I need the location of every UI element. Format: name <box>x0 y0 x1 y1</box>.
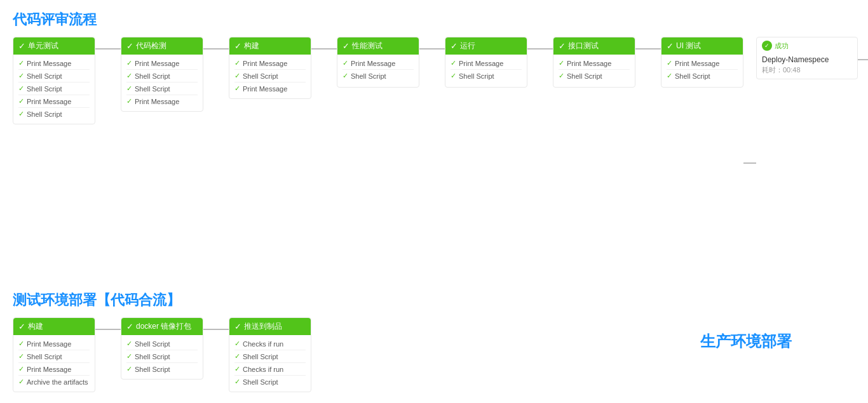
deploy-name: Deploy-Namespece <box>762 55 852 64</box>
item-check: ✓ <box>126 84 132 93</box>
stage-item: ✓ Shell Script <box>126 363 198 375</box>
branch-svg <box>858 37 868 278</box>
stage-col-5: ✓ 接口测试✓ Print Message✓ Shell Script <box>553 37 635 88</box>
stage-connector <box>95 329 121 330</box>
item-label: Print Message <box>567 60 611 67</box>
production-label: 生产环境部署 <box>700 331 792 352</box>
item-check: ✓ <box>126 340 132 348</box>
item-label: Print Message <box>459 60 503 67</box>
item-check: ✓ <box>18 84 24 93</box>
stage-label: 推送到制品 <box>244 321 282 332</box>
stage-header: ✓ UI 测试 <box>661 37 743 55</box>
stage-connector <box>635 48 661 50</box>
stage-connector <box>95 48 121 50</box>
item-label: Print Message <box>243 85 287 93</box>
item-label: Print Message <box>135 60 179 67</box>
item-label: Shell Script <box>135 366 170 373</box>
item-check: ✓ <box>667 72 672 80</box>
stage-label: 单元测试 <box>28 41 58 51</box>
stage-card: ✓ docker 镜像打包✓ Shell Script✓ Shell Scrip… <box>121 317 203 380</box>
deploy-time: 耗时：00:48 <box>762 65 852 75</box>
deploy-col1: ✓ 成功 Deploy-Namespece 耗时：00:48 <box>756 37 858 79</box>
item-label: Checks if run <box>243 366 283 373</box>
stage-card: ✓ UI 测试✓ Print Message✓ Shell Script <box>661 37 743 88</box>
stage-card: ✓ 接口测试✓ Print Message✓ Shell Script <box>553 37 635 88</box>
stage-item: ✓ Shell Script <box>451 70 522 82</box>
stage-item: ✓ Shell Script <box>18 350 90 363</box>
stage-body: ✓ Print Message✓ Shell Script <box>661 55 743 86</box>
item-check: ✓ <box>451 59 456 67</box>
deploy-status: 成功 <box>775 41 789 51</box>
stage-item: ✓ Print Message <box>18 95 90 108</box>
item-check: ✓ <box>234 352 240 360</box>
check-icon: ✓ <box>234 322 241 331</box>
item-label: Shell Script <box>27 353 62 360</box>
top-pipeline: ✓ 单元测试✓ Print Message✓ Shell Script✓ She… <box>13 37 855 278</box>
item-check: ✓ <box>126 59 132 67</box>
check-icon: ✓ <box>234 41 241 51</box>
stage-col-2: ✓ 构建✓ Print Message✓ Shell Script✓ Print… <box>229 37 311 99</box>
item-label: Shell Script <box>135 340 170 348</box>
check-icon: ✓ <box>18 41 25 51</box>
stage-header: ✓ 代码检测 <box>121 37 203 55</box>
item-label: Shell Script <box>135 85 170 93</box>
item-check: ✓ <box>234 72 240 80</box>
stage-col-0: ✓ 单元测试✓ Print Message✓ Shell Script✓ She… <box>13 37 95 124</box>
stage-body: ✓ Print Message✓ Shell Script <box>553 55 635 86</box>
stage-item: ✓ Shell Script <box>234 376 306 388</box>
item-check: ✓ <box>126 97 132 105</box>
stage-body: ✓ Print Message✓ Shell Script✓ Print Mes… <box>13 335 95 392</box>
stage-item: ✓ Print Message <box>667 57 738 70</box>
stage-connector <box>203 329 229 330</box>
item-check: ✓ <box>18 97 24 105</box>
item-check: ✓ <box>234 84 240 93</box>
stage-connector <box>527 48 553 50</box>
stage-body: ✓ Print Message✓ Shell Script <box>445 55 527 86</box>
stage-item: ✓ Print Message <box>234 83 306 95</box>
stage-header: ✓ docker 镜像打包 <box>121 318 203 335</box>
stage-card: ✓ 构建✓ Print Message✓ Shell Script✓ Print… <box>229 37 311 99</box>
item-label: Shell Script <box>567 72 602 80</box>
item-label: Shell Script <box>351 72 386 80</box>
stage-item: ✓ Shell Script <box>18 108 90 120</box>
stage-header: ✓ 构建 <box>229 37 311 55</box>
stage-item: ✓ Shell Script <box>126 338 198 350</box>
section1-title: 代码评审流程 <box>13 10 855 29</box>
bottom-stage-col-2: ✓ 推送到制品✓ Checks if run✓ Shell Script✓ Ch… <box>229 317 311 392</box>
item-label: Print Message <box>135 98 179 105</box>
item-label: Shell Script <box>243 353 278 360</box>
stage-item: ✓ Shell Script <box>342 70 414 82</box>
stage-col-3: ✓ 性能测试✓ Print Message✓ Shell Script <box>337 37 419 88</box>
stage-header: ✓ 性能测试 <box>337 37 419 55</box>
stage-body: ✓ Shell Script✓ Shell Script✓ Shell Scri… <box>121 335 203 379</box>
item-label: Shell Script <box>243 72 278 80</box>
item-label: Shell Script <box>27 85 62 93</box>
item-check: ✓ <box>18 72 24 80</box>
stage-label: 接口测试 <box>568 41 599 51</box>
stage-label: docker 镜像打包 <box>136 321 191 332</box>
item-label: Shell Script <box>675 72 710 80</box>
item-check: ✓ <box>18 352 24 360</box>
stage-header: ✓ 单元测试 <box>13 37 95 55</box>
stage-item: ✓ Shell Script <box>559 70 630 82</box>
stage-card: ✓ 构建✓ Print Message✓ Shell Script✓ Print… <box>13 317 95 392</box>
stage-card: ✓ 单元测试✓ Print Message✓ Shell Script✓ She… <box>13 37 95 124</box>
stage-item: ✓ Shell Script <box>234 350 306 363</box>
stage-item: ✓ Print Message <box>234 57 306 70</box>
stage-item: ✓ Shell Script <box>126 70 198 83</box>
stage-item: ✓ Print Message <box>451 57 522 70</box>
item-check: ✓ <box>234 378 240 386</box>
stage-item: ✓ Shell Script <box>126 83 198 95</box>
stage-body: ✓ Print Message✓ Shell Script✓ Print Mes… <box>229 55 311 98</box>
stage-body: ✓ Print Message✓ Shell Script✓ Shell Scr… <box>13 55 95 124</box>
item-label: Checks if run <box>243 340 283 348</box>
stage-connector <box>419 48 445 50</box>
stage-label: 运行 <box>460 41 475 51</box>
deploy-area: ✓ 成功 Deploy-Namespece 耗时：00:48 <box>743 37 868 278</box>
stage-body: ✓ Print Message✓ Shell Script✓ Shell Scr… <box>121 55 203 111</box>
stage-header: ✓ 运行 <box>445 37 527 55</box>
stage-header: ✓ 构建 <box>13 318 95 335</box>
item-label: Shell Script <box>135 72 170 80</box>
stage-card: ✓ 推送到制品✓ Checks if run✓ Shell Script✓ Ch… <box>229 317 311 392</box>
check-icon: ✓ <box>451 41 458 51</box>
